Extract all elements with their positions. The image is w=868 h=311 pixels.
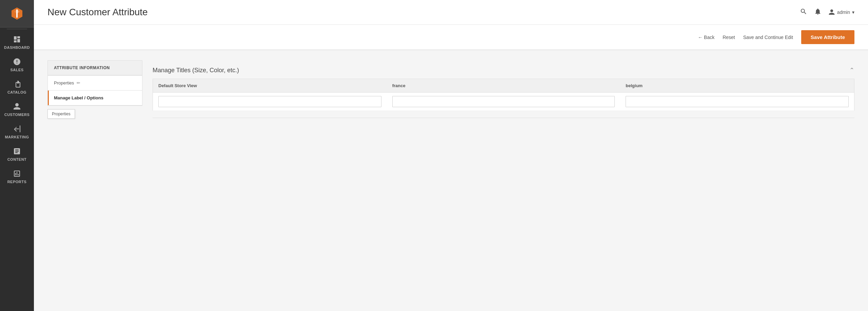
input-belgium[interactable]: [626, 96, 849, 107]
sidebar-item-catalog[interactable]: CATALOG: [0, 75, 34, 98]
attribute-info-header: ATTRIBUTE INFORMATION: [48, 61, 142, 75]
edit-icon: ✏: [77, 80, 80, 85]
sidebar-item-label: REPORTS: [7, 180, 27, 184]
sidebar-item-label: CUSTOMERS: [4, 113, 30, 117]
main-area: New Customer Attribute admin ▾ ← Back Re…: [34, 0, 868, 311]
col-default-store-view: Default Store View: [153, 79, 387, 93]
section-bottom-divider: [153, 118, 854, 118]
sidebar-item-label: SALES: [10, 68, 23, 72]
sidebar-item-label: CONTENT: [7, 157, 27, 161]
dashboard-icon: [13, 35, 21, 43]
svg-rect-3: [16, 9, 18, 18]
content-area: ATTRIBUTE INFORMATION Properties ✏ Manag…: [34, 50, 868, 311]
reset-button[interactable]: Reset: [723, 31, 735, 43]
sidebar-item-marketing[interactable]: MARKETING: [0, 120, 34, 142]
cell-belgium: [620, 93, 854, 111]
back-button[interactable]: ← Back: [698, 35, 714, 40]
table-header-row: Default Store View france belgium: [153, 79, 854, 93]
magento-logo-icon: [9, 6, 24, 21]
sidebar-item-sales[interactable]: SALES: [0, 53, 34, 75]
section-header: Manage Titles (Size, Color, etc.) ⌃: [153, 60, 854, 79]
marketing-icon: [13, 125, 21, 133]
sidebar-item-label: DASHBOARD: [4, 45, 30, 50]
table-row: [153, 93, 854, 111]
collapse-icon[interactable]: ⌃: [849, 66, 854, 74]
nav-item-manage-label[interactable]: Manage Label / Options: [48, 91, 142, 105]
header-actions: admin ▾: [800, 8, 854, 17]
admin-user-menu[interactable]: admin ▾: [828, 9, 854, 16]
cell-default-store-view: [153, 93, 387, 111]
reports-icon: [13, 170, 21, 178]
input-france[interactable]: [392, 96, 615, 107]
section-title: Manage Titles (Size, Color, etc.): [153, 67, 239, 74]
sidebar: DASHBOARD SALES CATALOG CUSTOMERS MARKET…: [0, 0, 34, 311]
sidebar-item-label: MARKETING: [5, 135, 29, 139]
save-continue-button[interactable]: Save and Continue Edit: [743, 31, 793, 43]
col-belgium: belgium: [620, 79, 854, 93]
content-icon: [13, 147, 21, 155]
nav-item-properties[interactable]: Properties ✏: [48, 76, 142, 90]
search-icon[interactable]: [800, 8, 807, 17]
sidebar-item-dashboard[interactable]: DASHBOARD: [0, 31, 34, 53]
sidebar-item-label: CATALOG: [7, 90, 26, 94]
action-bar: ← Back Reset Save and Continue Edit Save…: [34, 25, 868, 50]
admin-dropdown-icon: ▾: [852, 9, 854, 15]
titles-table: Default Store View france belgium: [153, 79, 854, 111]
customers-icon: [13, 102, 21, 111]
catalog-icon: [13, 80, 21, 88]
top-header: New Customer Attribute admin ▾: [34, 0, 868, 25]
col-france: france: [387, 79, 620, 93]
right-panel: Manage Titles (Size, Color, etc.) ⌃ Defa…: [153, 60, 854, 301]
back-label: ← Back: [698, 35, 714, 40]
save-attribute-button[interactable]: Save Attribute: [801, 30, 854, 44]
sidebar-logo: [0, 0, 34, 27]
sidebar-item-reports[interactable]: REPORTS: [0, 165, 34, 187]
notifications-icon[interactable]: [814, 8, 822, 17]
page-title: New Customer Attribute: [47, 7, 148, 18]
sidebar-divider: [7, 29, 27, 29]
properties-tooltip: Properties: [47, 109, 75, 119]
sidebar-item-customers[interactable]: CUSTOMERS: [0, 98, 34, 120]
left-panel: ATTRIBUTE INFORMATION Properties ✏ Manag…: [47, 60, 142, 301]
properties-label: Properties: [54, 80, 74, 85]
manage-label-label: Manage Label / Options: [54, 95, 103, 100]
input-default-store-view[interactable]: [158, 96, 381, 107]
sales-icon: [13, 58, 21, 66]
sidebar-item-content[interactable]: CONTENT: [0, 142, 34, 165]
admin-label: admin: [837, 9, 850, 15]
cell-france: [387, 93, 620, 111]
attribute-info-box: ATTRIBUTE INFORMATION Properties ✏ Manag…: [47, 60, 142, 106]
